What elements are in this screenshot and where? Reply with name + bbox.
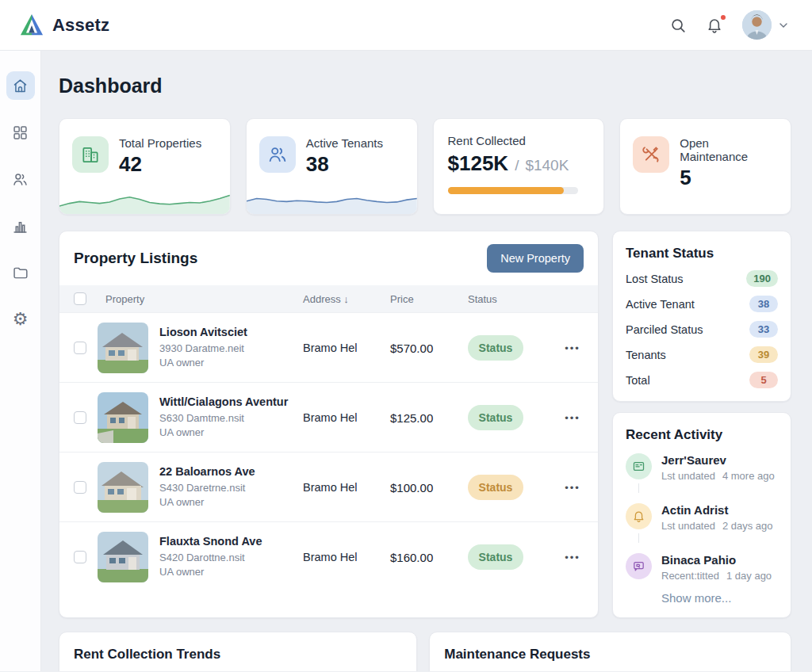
property-address: Bramo Hel	[303, 551, 379, 563]
activity-detail: Lst undated	[661, 520, 715, 532]
activity-detail: Recent:titted	[661, 570, 719, 582]
property-name: Lioson Avitsciet	[159, 326, 292, 338]
sidebar-item-home[interactable]	[6, 71, 35, 100]
property-owner: UA owner	[159, 495, 292, 510]
activity-item: Actin Adrist Lst undated 2 days ago	[626, 503, 778, 543]
stats-row: Total Properties 42 Active Tenants	[59, 118, 791, 215]
status-badge: 5	[749, 372, 778, 388]
row-menu-icon[interactable]	[561, 482, 584, 494]
property-listings-card: Property Listings New Property Property …	[59, 231, 599, 618]
app-logo: Assetz	[19, 13, 109, 37]
table-row: Flauxta Snond Ave S420 Darottne.nsit UA …	[59, 521, 598, 591]
property-subline: 3930 Daratme.neit	[159, 342, 292, 356]
row-menu-icon[interactable]	[561, 412, 584, 424]
property-owner: UA owner	[159, 565, 292, 579]
stat-value: 38	[306, 152, 383, 177]
rent-progress-track	[448, 187, 578, 194]
activity-name: Binaca Pahio	[661, 553, 772, 567]
sidebar-item-properties[interactable]	[6, 258, 35, 287]
property-price: $100.00	[390, 481, 457, 494]
property-name: Wittl/Cialagons Aventur	[159, 395, 292, 408]
row-checkbox[interactable]	[74, 411, 86, 424]
row-checkbox[interactable]	[74, 481, 86, 494]
listings-title: Property Listings	[74, 250, 197, 267]
status-badge: 190	[746, 270, 778, 287]
property-name: Flauxta Snond Ave	[159, 535, 292, 548]
property-subline: S630 Damtme.nsit	[159, 411, 292, 426]
main-content: Dashboard Total Properties 42	[41, 51, 812, 671]
app-name: Assetz	[52, 15, 109, 36]
rent-trends-card: Rent Collection Trends $250K	[59, 632, 417, 671]
rent-separator: /	[515, 157, 519, 174]
bank-chart-icon	[12, 218, 29, 235]
maintenance-title: Maintenance Requests	[444, 647, 776, 662]
id-card-icon	[626, 453, 652, 479]
table-row: Lioson Avitsciet 3930 Daratme.neit UA ow…	[59, 312, 598, 382]
page-title: Dashboard	[59, 74, 791, 97]
status-pill: Status	[468, 405, 523, 430]
chevron-down-icon	[777, 19, 790, 32]
status-badge: 33	[749, 321, 778, 338]
sidebar-item-settings[interactable]: ⚙	[6, 305, 35, 334]
stat-card-rent-collected: Rent Collected $125K / $140K	[433, 118, 605, 215]
top-header: Assetz	[0, 0, 812, 51]
stat-value: 42	[119, 152, 201, 177]
tenant-status-row: Active Tenant 38	[626, 296, 778, 312]
property-address: Bramo Hel	[303, 481, 379, 494]
notifications-button[interactable]	[706, 17, 723, 34]
stat-card-open-maintenance: Open Maintenance 5	[619, 118, 791, 215]
chat-badge-icon	[626, 553, 652, 579]
grid-icon	[12, 124, 29, 141]
activity-time: 1 day ago	[726, 570, 772, 582]
new-property-button[interactable]: New Property	[487, 244, 584, 273]
property-price: $160.00	[390, 551, 457, 564]
property-photo	[98, 462, 148, 513]
stat-label: Active Tenants	[306, 136, 383, 150]
activity-item: Binaca Pahio Recent:titted 1 day ago	[626, 553, 778, 582]
rent-progress-fill	[448, 187, 564, 194]
activity-name: Actin Adrist	[661, 503, 773, 517]
user-menu[interactable]	[742, 10, 790, 40]
tools-icon	[633, 136, 669, 173]
row-checkbox[interactable]	[74, 551, 86, 563]
select-all-checkbox[interactable]	[74, 292, 86, 305]
property-address: Bramo Hel	[303, 342, 379, 354]
rent-value: $125K	[448, 151, 509, 176]
stat-card-active-tenants: Active Tenants 38	[246, 118, 418, 215]
maintenance-requests-card: Maintenance Requests Maintenance Request…	[429, 632, 791, 671]
users-icon	[259, 136, 296, 173]
sidebar-item-analytics[interactable]	[6, 212, 35, 240]
rent-target: $140K	[525, 157, 569, 174]
show-more-link[interactable]: Show more...	[661, 591, 778, 605]
sidebar-item-tenants[interactable]	[6, 165, 35, 193]
users-icon	[12, 171, 29, 188]
row-menu-icon[interactable]	[561, 342, 584, 354]
sort-down-icon: ↓	[343, 293, 349, 305]
sparkline-blue	[247, 184, 417, 214]
home-icon	[12, 78, 29, 94]
search-icon[interactable]	[669, 17, 687, 34]
column-header-status: Status	[468, 293, 550, 305]
recent-activity-card: Recent Activity Jerr'Saurev	[612, 412, 791, 618]
sparkline-green	[59, 184, 230, 214]
avatar	[742, 10, 772, 40]
status-badge: 38	[749, 296, 778, 312]
row-checkbox[interactable]	[74, 342, 86, 354]
activity-item: Jerr'Saurev Lst undated 4 more ago	[626, 453, 778, 493]
sidebar-item-dashboard[interactable]	[6, 118, 35, 147]
property-subline: S420 Darottne.nsit	[159, 551, 292, 565]
notification-dot	[719, 13, 727, 21]
building-icon	[72, 136, 109, 173]
property-subline: S430 Daretrne.nsit	[159, 481, 292, 495]
row-menu-icon[interactable]	[561, 552, 584, 563]
property-photo	[98, 323, 148, 373]
property-photo	[98, 532, 148, 582]
property-address: Bramo Hel	[303, 411, 379, 424]
column-header-price: Price	[390, 293, 457, 305]
column-header-address[interactable]: Address ↓	[303, 293, 379, 305]
stat-card-total-properties: Total Properties 42	[59, 118, 231, 215]
bell-icon	[626, 503, 652, 529]
sidebar: ⚙	[0, 51, 41, 671]
table-row: Wittl/Cialagons Aventur S630 Damtme.nsit…	[59, 382, 598, 452]
status-pill: Status	[468, 544, 523, 570]
